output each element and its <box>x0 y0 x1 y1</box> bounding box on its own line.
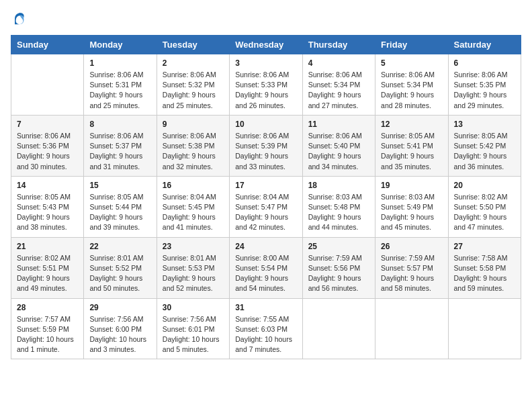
day-number: 24 <box>235 242 296 251</box>
day-info: Sunrise: 8:02 AM Sunset: 5:51 PM Dayligh… <box>17 253 78 294</box>
day-number: 10 <box>235 120 296 129</box>
calendar-cell: 29Sunrise: 7:56 AM Sunset: 6:00 PM Dayli… <box>84 298 157 359</box>
calendar-cell: 21Sunrise: 8:02 AM Sunset: 5:51 PM Dayli… <box>11 237 84 298</box>
day-number: 8 <box>89 120 150 129</box>
day-number: 14 <box>17 181 78 190</box>
calendar-cell: 10Sunrise: 8:06 AM Sunset: 5:39 PM Dayli… <box>230 115 302 176</box>
day-info: Sunrise: 8:03 AM Sunset: 5:49 PM Dayligh… <box>381 192 442 233</box>
day-info: Sunrise: 7:56 AM Sunset: 6:01 PM Dayligh… <box>163 314 224 355</box>
day-info: Sunrise: 8:00 AM Sunset: 5:54 PM Dayligh… <box>235 253 296 294</box>
day-info: Sunrise: 7:56 AM Sunset: 6:00 PM Dayligh… <box>89 314 150 355</box>
day-number: 20 <box>454 181 515 190</box>
calendar-cell: 6Sunrise: 8:06 AM Sunset: 5:35 PM Daylig… <box>448 54 521 116</box>
day-number: 12 <box>381 120 442 129</box>
day-number: 31 <box>235 303 296 312</box>
day-info: Sunrise: 8:01 AM Sunset: 5:52 PM Dayligh… <box>89 253 150 294</box>
calendar-week-row: 7Sunrise: 8:06 AM Sunset: 5:36 PM Daylig… <box>11 115 521 176</box>
day-info: Sunrise: 7:59 AM Sunset: 5:57 PM Dayligh… <box>381 253 442 294</box>
day-info: Sunrise: 8:06 AM Sunset: 5:32 PM Dayligh… <box>163 70 224 111</box>
day-info: Sunrise: 7:59 AM Sunset: 5:56 PM Dayligh… <box>308 253 369 294</box>
calendar-cell: 22Sunrise: 8:01 AM Sunset: 5:52 PM Dayli… <box>84 237 157 298</box>
day-number: 27 <box>454 242 515 251</box>
day-info: Sunrise: 7:55 AM Sunset: 6:03 PM Dayligh… <box>235 314 296 355</box>
day-info: Sunrise: 7:57 AM Sunset: 5:59 PM Dayligh… <box>17 314 78 355</box>
calendar-cell: 4Sunrise: 8:06 AM Sunset: 5:34 PM Daylig… <box>302 54 375 116</box>
day-info: Sunrise: 8:05 AM Sunset: 5:42 PM Dayligh… <box>454 131 515 172</box>
day-header-tuesday: Tuesday <box>157 36 229 54</box>
day-number: 29 <box>89 303 150 312</box>
calendar-cell: 27Sunrise: 7:58 AM Sunset: 5:58 PM Dayli… <box>448 237 521 298</box>
calendar-cell: 15Sunrise: 8:05 AM Sunset: 5:44 PM Dayli… <box>84 176 157 237</box>
day-info: Sunrise: 8:06 AM Sunset: 5:36 PM Dayligh… <box>17 131 78 172</box>
day-header-friday: Friday <box>375 36 448 54</box>
calendar-week-row: 28Sunrise: 7:57 AM Sunset: 5:59 PM Dayli… <box>11 298 521 359</box>
calendar-week-row: 1Sunrise: 8:06 AM Sunset: 5:31 PM Daylig… <box>11 54 521 116</box>
calendar-cell: 16Sunrise: 8:04 AM Sunset: 5:45 PM Dayli… <box>157 176 229 237</box>
calendar-cell: 12Sunrise: 8:05 AM Sunset: 5:41 PM Dayli… <box>375 115 448 176</box>
day-header-wednesday: Wednesday <box>230 36 302 54</box>
calendar-cell: 26Sunrise: 7:59 AM Sunset: 5:57 PM Dayli… <box>375 237 448 298</box>
day-number: 30 <box>163 303 224 312</box>
day-number: 11 <box>308 120 369 129</box>
day-number: 6 <box>454 58 515 68</box>
day-header-monday: Monday <box>84 36 157 54</box>
calendar-cell: 18Sunrise: 8:03 AM Sunset: 5:48 PM Dayli… <box>302 176 375 237</box>
calendar-cell: 23Sunrise: 8:01 AM Sunset: 5:53 PM Dayli… <box>157 237 229 298</box>
calendar-cell: 20Sunrise: 8:02 AM Sunset: 5:50 PM Dayli… <box>448 176 521 237</box>
day-info: Sunrise: 8:03 AM Sunset: 5:48 PM Dayligh… <box>308 192 369 233</box>
calendar-cell: 1Sunrise: 8:06 AM Sunset: 5:31 PM Daylig… <box>84 54 157 116</box>
day-number: 1 <box>89 58 150 68</box>
day-info: Sunrise: 8:06 AM Sunset: 5:35 PM Dayligh… <box>454 70 515 111</box>
calendar-week-row: 14Sunrise: 8:05 AM Sunset: 5:43 PM Dayli… <box>11 176 521 237</box>
day-number: 2 <box>163 58 224 68</box>
day-number: 18 <box>308 181 369 190</box>
day-info: Sunrise: 8:01 AM Sunset: 5:53 PM Dayligh… <box>163 253 224 294</box>
day-number: 4 <box>308 58 369 68</box>
calendar-cell: 5Sunrise: 8:06 AM Sunset: 5:34 PM Daylig… <box>375 54 448 116</box>
day-header-saturday: Saturday <box>448 36 521 54</box>
page-header <box>11 11 521 27</box>
calendar-cell: 25Sunrise: 7:59 AM Sunset: 5:56 PM Dayli… <box>302 237 375 298</box>
calendar-cell: 2Sunrise: 8:06 AM Sunset: 5:32 PM Daylig… <box>157 54 229 116</box>
day-header-sunday: Sunday <box>11 36 84 54</box>
calendar-cell: 19Sunrise: 8:03 AM Sunset: 5:49 PM Dayli… <box>375 176 448 237</box>
calendar-cell: 30Sunrise: 7:56 AM Sunset: 6:01 PM Dayli… <box>157 298 229 359</box>
day-number: 7 <box>17 120 78 129</box>
day-info: Sunrise: 8:05 AM Sunset: 5:43 PM Dayligh… <box>17 192 78 233</box>
day-number: 5 <box>381 58 442 68</box>
day-info: Sunrise: 8:05 AM Sunset: 5:41 PM Dayligh… <box>381 131 442 172</box>
calendar-table: SundayMondayTuesdayWednesdayThursdayFrid… <box>11 35 521 359</box>
day-number: 15 <box>89 181 150 190</box>
calendar-cell <box>11 54 84 116</box>
day-number: 9 <box>163 120 224 129</box>
day-info: Sunrise: 8:04 AM Sunset: 5:47 PM Dayligh… <box>235 192 296 233</box>
day-info: Sunrise: 7:58 AM Sunset: 5:58 PM Dayligh… <box>454 253 515 294</box>
day-number: 16 <box>163 181 224 190</box>
day-info: Sunrise: 8:06 AM Sunset: 5:34 PM Dayligh… <box>381 70 442 111</box>
day-info: Sunrise: 8:06 AM Sunset: 5:39 PM Dayligh… <box>235 131 296 172</box>
calendar-cell: 24Sunrise: 8:00 AM Sunset: 5:54 PM Dayli… <box>230 237 302 298</box>
day-info: Sunrise: 8:06 AM Sunset: 5:40 PM Dayligh… <box>308 131 369 172</box>
calendar-week-row: 21Sunrise: 8:02 AM Sunset: 5:51 PM Dayli… <box>11 237 521 298</box>
calendar-cell: 8Sunrise: 8:06 AM Sunset: 5:37 PM Daylig… <box>84 115 157 176</box>
logo <box>11 11 30 27</box>
day-number: 17 <box>235 181 296 190</box>
day-info: Sunrise: 8:06 AM Sunset: 5:38 PM Dayligh… <box>163 131 224 172</box>
day-info: Sunrise: 8:05 AM Sunset: 5:44 PM Dayligh… <box>89 192 150 233</box>
calendar-cell: 13Sunrise: 8:05 AM Sunset: 5:42 PM Dayli… <box>448 115 521 176</box>
calendar-cell: 3Sunrise: 8:06 AM Sunset: 5:33 PM Daylig… <box>230 54 302 116</box>
calendar-cell <box>375 298 448 359</box>
calendar-cell: 17Sunrise: 8:04 AM Sunset: 5:47 PM Dayli… <box>230 176 302 237</box>
calendar-cell <box>448 298 521 359</box>
calendar-cell: 11Sunrise: 8:06 AM Sunset: 5:40 PM Dayli… <box>302 115 375 176</box>
day-info: Sunrise: 8:02 AM Sunset: 5:50 PM Dayligh… <box>454 192 515 233</box>
day-info: Sunrise: 8:06 AM Sunset: 5:34 PM Dayligh… <box>308 70 369 111</box>
calendar-header-row: SundayMondayTuesdayWednesdayThursdayFrid… <box>11 36 521 54</box>
calendar-cell <box>302 298 375 359</box>
calendar-cell: 9Sunrise: 8:06 AM Sunset: 5:38 PM Daylig… <box>157 115 229 176</box>
day-number: 23 <box>163 242 224 251</box>
day-info: Sunrise: 8:04 AM Sunset: 5:45 PM Dayligh… <box>163 192 224 233</box>
day-number: 26 <box>381 242 442 251</box>
day-header-thursday: Thursday <box>302 36 375 54</box>
day-number: 19 <box>381 181 442 190</box>
